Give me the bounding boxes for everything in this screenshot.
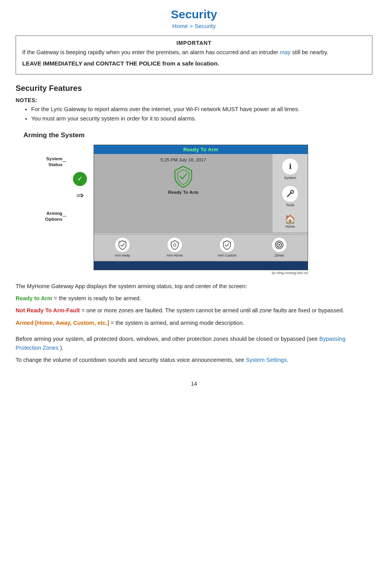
diagram-screen-top: 5:25 PM July 18, 2017 Ready To Arm: [94, 154, 308, 232]
note-item-2: You must arm your security system in ord…: [31, 114, 372, 123]
system-settings-link[interactable]: System Settings: [246, 357, 287, 363]
system-label: System: [284, 176, 296, 180]
desc-block: The MyHome Gateway App displays the syst…: [16, 282, 372, 328]
intro-text: The MyHome Gateway App displays the syst…: [16, 282, 372, 291]
arming-options-label: ArmingOptions: [19, 210, 62, 222]
arm-home-label: Arm Home: [167, 253, 183, 257]
leave-text: LEAVE IMMEDIATELY and CONTACT THE POLICE…: [22, 59, 366, 68]
not-ready-label: Not Ready To Arm-Fault: [16, 307, 80, 313]
ready-to-arm-para: Ready to Arm = the system is ready to be…: [16, 294, 372, 303]
diagram-wrapper: SystemStatus ArmingOptions ✓ ⇒ Ready To …: [19, 145, 372, 275]
arm-home-circle: [167, 237, 182, 253]
system-status-label: SystemStatus: [19, 156, 62, 167]
arrow-right-icon: ⇒: [76, 190, 84, 201]
before-arming-text: Before arming your system, all protected…: [16, 336, 318, 342]
diagram-bottom-strip: Arm Away Arm Home: [94, 234, 308, 260]
diagram-main-area: 5:25 PM July 18, 2017 Ready To Arm: [94, 154, 273, 232]
tools-icon: [286, 190, 294, 198]
zones-btn[interactable]: Zones: [254, 237, 305, 257]
before-arming-para: Before arming your system, all protected…: [16, 335, 372, 353]
arm-custom-icon: [223, 240, 231, 250]
arm-away-label: Arm Away: [115, 253, 130, 257]
tools-label: Tools: [286, 203, 294, 207]
security-features-title: Security Features: [16, 84, 372, 93]
countdown-end: .: [287, 357, 288, 363]
arm-options-strip: Arm Away Arm Home: [94, 232, 308, 261]
armed-label: Armed [Home, Away, Custom, etc.]: [16, 320, 109, 326]
arm-away-btn[interactable]: Arm Away: [97, 237, 148, 257]
left-annotations: SystemStatus ArmingOptions: [19, 145, 62, 222]
diagram-blue-bar: [94, 261, 308, 270]
before-arming-end: ).: [60, 345, 64, 351]
diagram-screen-header: Ready To Arm: [94, 145, 308, 154]
page-number: 14: [16, 381, 372, 387]
figure-caption: lyr-mhg-Arming-00x-V0: [94, 271, 308, 275]
diagram-right-icons: ℹ System T: [273, 154, 308, 232]
armed-desc: = the system is armed, and arming mode d…: [111, 320, 244, 326]
system-icon-btn[interactable]: ℹ System: [282, 158, 299, 180]
tools-icon-btn[interactable]: Tools: [282, 185, 299, 207]
system-icon: ℹ: [289, 162, 292, 171]
zones-label: Zones: [275, 253, 284, 257]
zones-icon: [274, 240, 284, 250]
diagram-shield-area: Ready To Arm: [98, 165, 269, 195]
diagram-screen: Ready To Arm 5:25 PM July 18, 2017: [94, 145, 308, 270]
diagram-middle: ✓ ⇒: [66, 145, 94, 201]
home-icon: 🏠: [285, 214, 296, 225]
not-ready-desc: = one or more zones are faulted. The sys…: [81, 307, 344, 313]
diagram-datetime: 5:25 PM July 18, 2017: [98, 157, 269, 162]
arm-home-icon: [170, 240, 179, 250]
notes-block: NOTES: For the Lyric Gateway to report a…: [16, 97, 372, 123]
svg-point-5: [278, 244, 280, 246]
arming-section-title: Arming the System: [23, 131, 372, 139]
may-word: may: [280, 49, 291, 55]
arm-away-circle: [115, 237, 130, 253]
ready-to-arm-label: Ready to Arm: [16, 295, 52, 301]
ready-to-arm-desc: = the system is ready to be armed.: [54, 295, 141, 301]
not-ready-para: Not Ready To Arm-Fault = one or more zon…: [16, 306, 372, 315]
note-item-1: For the Lyric Gateway to report alarms o…: [31, 105, 372, 114]
diagram-ready-label: Ready To Arm: [168, 190, 198, 195]
breadcrumb: Home > Security: [16, 23, 372, 29]
system-icon-circle: ℹ: [282, 158, 299, 175]
countdown-text: To change the volume of countdown sounds…: [16, 357, 244, 363]
notes-label: NOTES:: [16, 97, 37, 103]
armed-para: Armed [Home, Away, Custom, etc.] = the s…: [16, 319, 372, 328]
notes-list: For the Lyric Gateway to report alarms o…: [31, 105, 372, 123]
shield-svg: [172, 165, 195, 188]
zones-circle: [271, 237, 287, 253]
before-arming-block: Before arming your system, all protected…: [16, 335, 372, 365]
tools-icon-circle: [282, 185, 299, 202]
arm-away-icon: [118, 240, 127, 250]
green-check-circle: ✓: [73, 172, 87, 186]
important-body: If the Gateway is beeping rapidly when y…: [22, 48, 366, 57]
home-icon-area[interactable]: 🏠 Home: [285, 214, 296, 228]
home-label: Home: [285, 225, 295, 228]
countdown-para: To change the volume of countdown sounds…: [16, 356, 372, 365]
arm-home-btn[interactable]: Arm Home: [149, 237, 200, 257]
important-box: IMPORTANT If the Gateway is beeping rapi…: [16, 35, 372, 74]
page-title: Security: [16, 8, 372, 21]
arm-custom-circle: [219, 237, 235, 253]
diagram-screen-body: 5:25 PM July 18, 2017 Ready To Arm: [94, 154, 308, 270]
arm-custom-label: Arm Custom: [218, 253, 236, 257]
diagram-ready-to-arm-header: Ready To Arm: [183, 147, 218, 152]
important-label: IMPORTANT: [22, 40, 366, 46]
arm-custom-btn[interactable]: Arm Custom: [202, 237, 252, 257]
